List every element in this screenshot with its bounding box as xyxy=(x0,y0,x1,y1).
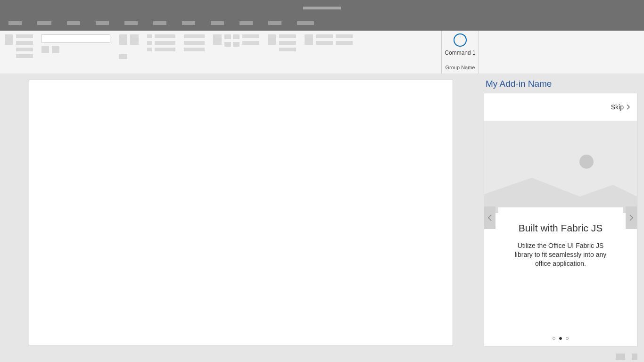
ribbon-group xyxy=(268,34,296,74)
ribbon-group xyxy=(147,34,175,74)
ribbon: Command 1 Group Name xyxy=(0,31,644,74)
menu-bar xyxy=(0,16,644,31)
document-page[interactable] xyxy=(29,80,453,346)
ribbon-group xyxy=(119,34,139,74)
chevron-right-icon[interactable] xyxy=(627,104,630,110)
carousel-dots xyxy=(484,337,637,340)
carousel: Skip Built with Fabric JS Utilize the Of… xyxy=(484,93,637,347)
ribbon-group xyxy=(305,34,353,74)
ribbon-group xyxy=(213,34,259,74)
ribbon-control[interactable] xyxy=(147,48,152,51)
ribbon-control[interactable] xyxy=(242,41,259,45)
ribbon-control[interactable] xyxy=(305,34,313,45)
workspace: My Add-in Name Skip Built with Fabric JS… xyxy=(0,74,644,352)
card-description: Utilize the Office UI Fabric JS library … xyxy=(509,241,612,268)
menu-item[interactable] xyxy=(153,21,166,25)
card-title: Built with Fabric JS xyxy=(509,222,612,234)
menu-item[interactable] xyxy=(67,21,80,25)
skip-row: Skip xyxy=(484,93,637,121)
ribbon-control[interactable] xyxy=(316,41,333,45)
carousel-dot[interactable] xyxy=(553,337,555,340)
hero-image xyxy=(484,121,637,213)
ribbon-control[interactable] xyxy=(16,34,33,38)
ribbon-control[interactable] xyxy=(41,46,49,53)
ribbon-group xyxy=(184,34,205,74)
status-item[interactable] xyxy=(616,354,625,360)
title-placeholder xyxy=(303,7,341,9)
menu-item[interactable] xyxy=(268,21,281,25)
ribbon-control[interactable] xyxy=(155,48,175,51)
ribbon-control[interactable] xyxy=(213,34,222,45)
ribbon-control[interactable] xyxy=(279,34,296,38)
ribbon-control[interactable] xyxy=(147,34,152,38)
ribbon-input[interactable] xyxy=(41,34,110,43)
carousel-dot[interactable] xyxy=(566,337,569,340)
group-name-label: Group Name xyxy=(446,65,475,70)
ribbon-control[interactable] xyxy=(268,34,276,45)
ribbon-control[interactable] xyxy=(233,34,239,39)
taskpane-title: My Add-in Name xyxy=(484,79,637,89)
ribbon-groups xyxy=(0,31,441,74)
ribbon-control[interactable] xyxy=(242,34,259,38)
title-bar xyxy=(0,0,644,16)
ribbon-control[interactable] xyxy=(184,48,205,51)
sun-icon xyxy=(579,155,594,169)
document-canvas xyxy=(0,74,482,352)
ribbon-control[interactable] xyxy=(279,48,296,51)
ribbon-control[interactable] xyxy=(184,34,205,38)
command-label[interactable]: Command 1 xyxy=(445,49,475,56)
ribbon-control[interactable] xyxy=(155,34,175,38)
ribbon-control[interactable] xyxy=(336,34,353,38)
ribbon-control[interactable] xyxy=(316,34,333,38)
ribbon-control[interactable] xyxy=(184,41,205,45)
carousel-next-button[interactable] xyxy=(626,206,637,229)
ribbon-control[interactable] xyxy=(16,54,33,58)
ribbon-control[interactable] xyxy=(119,54,127,59)
status-bar xyxy=(0,352,644,362)
ribbon-control[interactable] xyxy=(336,41,353,45)
ribbon-control[interactable] xyxy=(16,41,33,45)
ribbon-control[interactable] xyxy=(224,42,231,47)
ribbon-control[interactable] xyxy=(233,42,239,47)
ribbon-control[interactable] xyxy=(147,41,152,45)
menu-item[interactable] xyxy=(211,21,224,25)
skip-button[interactable]: Skip xyxy=(611,103,624,111)
status-item[interactable] xyxy=(632,354,637,360)
menu-item[interactable] xyxy=(96,21,109,25)
ribbon-control[interactable] xyxy=(279,41,296,45)
carousel-dot[interactable] xyxy=(559,337,562,340)
menu-item[interactable] xyxy=(297,21,314,25)
ribbon-control[interactable] xyxy=(119,34,127,45)
menu-item[interactable] xyxy=(8,21,22,25)
ribbon-control[interactable] xyxy=(16,48,33,51)
ribbon-group xyxy=(5,34,33,74)
menu-item[interactable] xyxy=(239,21,253,25)
ribbon-command-group: Command 1 Group Name xyxy=(441,31,479,74)
menu-item[interactable] xyxy=(124,21,138,25)
ribbon-control[interactable] xyxy=(155,41,175,45)
ribbon-control[interactable] xyxy=(52,46,59,53)
menu-item[interactable] xyxy=(37,21,51,25)
carousel-card: Built with Fabric JS Utilize the Office … xyxy=(498,207,623,287)
ribbon-control[interactable] xyxy=(5,34,13,45)
mountains-icon xyxy=(484,171,637,213)
ribbon-control[interactable] xyxy=(130,34,139,45)
command-icon[interactable] xyxy=(454,33,467,47)
task-pane: My Add-in Name Skip Built with Fabric JS… xyxy=(482,74,644,352)
ribbon-group xyxy=(41,34,110,74)
ribbon-control[interactable] xyxy=(224,34,231,39)
carousel-prev-button[interactable] xyxy=(484,206,495,229)
menu-item[interactable] xyxy=(182,21,195,25)
